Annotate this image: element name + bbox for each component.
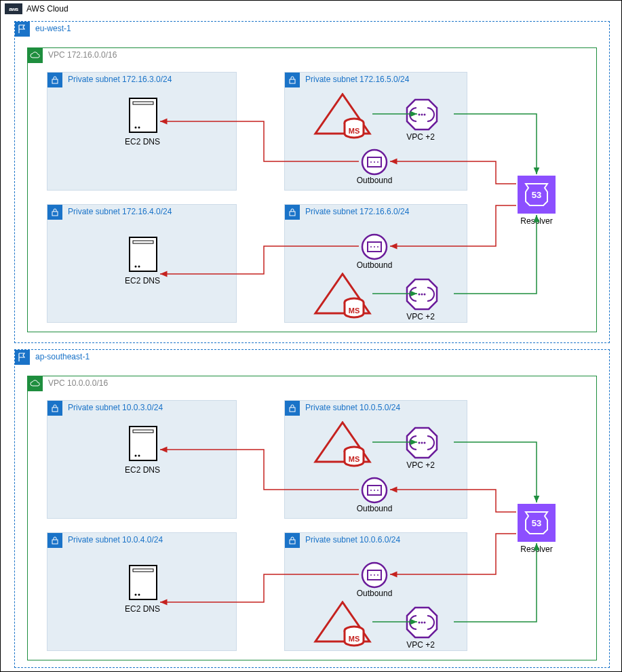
svg-text:MS: MS [349,307,360,315]
region-label: eu-west-1 [35,24,71,33]
svg-point-33 [424,294,426,296]
lock-icon [47,205,62,220]
ec2-dns-label: EC2 DNS [115,604,170,614]
subnet-2: Private subnet 172.16.4.0/24 EC2 DNS [47,204,237,323]
vpc-eu-west-1: VPC 172.16.0.0/16 Private subnet 172.16.… [27,47,597,332]
ec2-dns-label: EC2 DNS [115,465,170,475]
outbound-endpoint-icon [361,233,388,260]
vpc-label: VPC 10.0.0.0/16 [48,378,108,388]
svg-point-44 [135,594,137,596]
vpc2-label: VPC +2 [393,312,448,321]
svg-point-20 [374,161,375,163]
svg-point-16 [424,114,426,116]
svg-text:53: 53 [532,190,541,200]
managed-service-icon: MS [312,273,373,320]
svg-point-31 [419,294,421,296]
outbound-endpoint-icon [361,477,388,504]
vpc-endpoint-icon [406,98,438,131]
resolver-label: Resolver [509,216,564,226]
outbound-label: Outbound [347,589,402,598]
svg-point-3 [135,127,137,129]
svg-point-63 [377,574,378,576]
svg-point-40 [138,455,140,457]
svg-point-39 [135,455,137,457]
managed-service-icon: MS [312,421,373,469]
svg-rect-10 [290,79,295,83]
svg-point-50 [419,442,421,444]
outbound-label: Outbound [347,176,402,185]
server-icon [129,426,157,461]
subnet-label: Private subnet 10.0.4.0/24 [68,535,163,545]
server-icon [129,565,157,600]
svg-point-61 [370,574,372,576]
server-icon [129,98,157,133]
svg-point-62 [374,574,375,576]
subnet-1: Private subnet 172.16.3.0/24 EC2 DNS [47,72,237,191]
svg-text:MS: MS [349,455,360,463]
svg-point-68 [421,622,423,624]
ec2-dns-label: EC2 DNS [115,137,170,146]
route53-resolver-icon: 53 [518,176,556,214]
vpc2-label: VPC +2 [393,132,448,142]
region-flag-icon [15,22,30,37]
svg-point-19 [370,161,372,163]
svg-text:53: 53 [532,518,541,528]
outbound-endpoint-icon [361,149,388,176]
subnet-label: Private subnet 10.0.3.0/24 [68,403,163,412]
svg-rect-5 [52,212,58,216]
region-flag-icon [15,350,30,365]
svg-rect-36 [52,408,58,412]
ec2-dns-label: EC2 DNS [115,276,170,285]
aws-logo-icon: aws [5,3,22,14]
subnet-3: Private subnet 10.0.5.0/24 MS VPC +2 [284,400,467,519]
svg-point-4 [138,127,140,129]
aws-cloud-canvas: aws AWS Cloud eu-west-1 VPC 172.16.0.0/1… [0,0,622,672]
vpc-endpoint-icon [406,606,438,639]
svg-point-55 [370,490,372,491]
svg-text:MS: MS [349,635,360,643]
svg-rect-41 [52,540,58,544]
svg-point-51 [421,442,423,444]
lock-icon [285,533,300,548]
lock-icon [285,205,300,220]
managed-service-icon: MS [312,601,373,648]
outbound-label: Outbound [347,504,402,513]
lock-icon [285,401,300,416]
aws-cloud-label: AWS Cloud [26,4,69,14]
subnet-label: Private subnet 172.16.5.0/24 [305,75,409,84]
svg-point-27 [377,246,378,248]
lock-icon [47,533,62,548]
svg-point-57 [377,490,378,491]
vpc-endpoint-icon [406,278,438,311]
subnet-4: Private subnet 172.16.6.0/24 Outbound MS [284,204,467,323]
region-label: ap-southeast-1 [35,352,90,361]
svg-point-9 [138,266,140,268]
svg-point-26 [374,246,375,248]
vpc-endpoint-icon [406,427,438,459]
svg-point-21 [377,161,378,163]
outbound-endpoint-icon [361,561,388,589]
svg-rect-58 [290,540,295,544]
resolver-label: Resolver [509,545,564,554]
outbound-label: Outbound [347,260,402,270]
svg-point-69 [424,622,426,624]
vpc-ap-southeast-1: VPC 10.0.0.0/16 Private subnet 10.0.3.0/… [27,376,597,660]
svg-rect-42 [130,566,157,599]
svg-point-52 [424,442,426,444]
subnet-4: Private subnet 10.0.6.0/24 Outbound MS [284,532,467,651]
svg-rect-46 [290,408,295,412]
subnet-3: Private subnet 172.16.5.0/24 MS VPC +2 [284,72,467,191]
vpc2-label: VPC +2 [393,640,448,650]
lock-icon [47,73,62,87]
lock-icon [47,401,62,416]
svg-rect-1 [130,98,157,132]
svg-rect-37 [130,427,157,460]
region-eu-west-1: eu-west-1 VPC 172.16.0.0/16 Private subn… [14,21,610,343]
vpc-cloud-icon [28,48,43,63]
server-icon [129,237,157,272]
aws-cloud-header: aws AWS Cloud [5,3,69,14]
subnet-label: Private subnet 10.0.6.0/24 [305,535,400,545]
svg-point-8 [135,266,137,268]
svg-point-32 [421,294,423,296]
svg-text:MS: MS [349,127,360,135]
